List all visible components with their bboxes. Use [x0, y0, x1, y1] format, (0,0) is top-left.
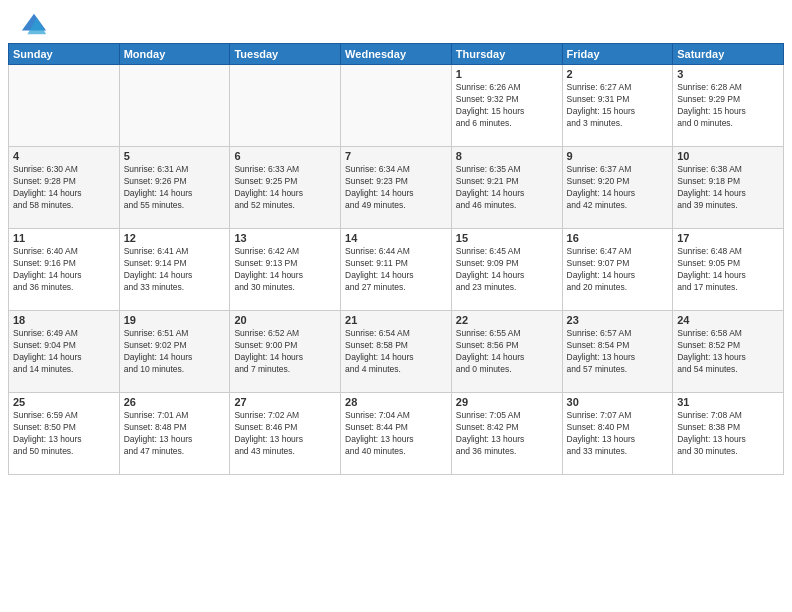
- day-info: Sunrise: 6:47 AM Sunset: 9:07 PM Dayligh…: [567, 246, 669, 294]
- day-info: Sunrise: 7:01 AM Sunset: 8:48 PM Dayligh…: [124, 410, 226, 458]
- day-info: Sunrise: 6:33 AM Sunset: 9:25 PM Dayligh…: [234, 164, 336, 212]
- day-info: Sunrise: 6:58 AM Sunset: 8:52 PM Dayligh…: [677, 328, 779, 376]
- day-info: Sunrise: 6:27 AM Sunset: 9:31 PM Dayligh…: [567, 82, 669, 130]
- day-info: Sunrise: 6:42 AM Sunset: 9:13 PM Dayligh…: [234, 246, 336, 294]
- calendar-day-cell: 11Sunrise: 6:40 AM Sunset: 9:16 PM Dayli…: [9, 229, 120, 311]
- day-number: 1: [456, 68, 558, 80]
- day-number: 29: [456, 396, 558, 408]
- day-number: 20: [234, 314, 336, 326]
- day-number: 7: [345, 150, 447, 162]
- day-info: Sunrise: 6:49 AM Sunset: 9:04 PM Dayligh…: [13, 328, 115, 376]
- logo: [20, 10, 52, 38]
- day-info: Sunrise: 6:37 AM Sunset: 9:20 PM Dayligh…: [567, 164, 669, 212]
- day-info: Sunrise: 6:51 AM Sunset: 9:02 PM Dayligh…: [124, 328, 226, 376]
- day-number: 22: [456, 314, 558, 326]
- calendar-day-cell: 24Sunrise: 6:58 AM Sunset: 8:52 PM Dayli…: [673, 311, 784, 393]
- calendar-day-cell: 31Sunrise: 7:08 AM Sunset: 8:38 PM Dayli…: [673, 393, 784, 475]
- day-info: Sunrise: 6:55 AM Sunset: 8:56 PM Dayligh…: [456, 328, 558, 376]
- calendar-header-row: SundayMondayTuesdayWednesdayThursdayFrid…: [9, 44, 784, 65]
- day-number: 13: [234, 232, 336, 244]
- calendar-day-cell: [9, 65, 120, 147]
- calendar-wrapper: SundayMondayTuesdayWednesdayThursdayFrid…: [0, 43, 792, 475]
- day-number: 6: [234, 150, 336, 162]
- day-info: Sunrise: 6:48 AM Sunset: 9:05 PM Dayligh…: [677, 246, 779, 294]
- day-number: 16: [567, 232, 669, 244]
- day-number: 30: [567, 396, 669, 408]
- calendar-day-cell: 21Sunrise: 6:54 AM Sunset: 8:58 PM Dayli…: [341, 311, 452, 393]
- day-number: 27: [234, 396, 336, 408]
- calendar-day-cell: 27Sunrise: 7:02 AM Sunset: 8:46 PM Dayli…: [230, 393, 341, 475]
- calendar-day-cell: 13Sunrise: 6:42 AM Sunset: 9:13 PM Dayli…: [230, 229, 341, 311]
- day-info: Sunrise: 7:02 AM Sunset: 8:46 PM Dayligh…: [234, 410, 336, 458]
- day-info: Sunrise: 7:08 AM Sunset: 8:38 PM Dayligh…: [677, 410, 779, 458]
- calendar-day-cell: 18Sunrise: 6:49 AM Sunset: 9:04 PM Dayli…: [9, 311, 120, 393]
- calendar-day-cell: 20Sunrise: 6:52 AM Sunset: 9:00 PM Dayli…: [230, 311, 341, 393]
- day-info: Sunrise: 6:35 AM Sunset: 9:21 PM Dayligh…: [456, 164, 558, 212]
- day-info: Sunrise: 6:57 AM Sunset: 8:54 PM Dayligh…: [567, 328, 669, 376]
- calendar-day-header: Monday: [119, 44, 230, 65]
- day-number: 28: [345, 396, 447, 408]
- calendar-day-cell: 10Sunrise: 6:38 AM Sunset: 9:18 PM Dayli…: [673, 147, 784, 229]
- day-number: 3: [677, 68, 779, 80]
- calendar-day-cell: 23Sunrise: 6:57 AM Sunset: 8:54 PM Dayli…: [562, 311, 673, 393]
- calendar-day-cell: 30Sunrise: 7:07 AM Sunset: 8:40 PM Dayli…: [562, 393, 673, 475]
- calendar-day-cell: 9Sunrise: 6:37 AM Sunset: 9:20 PM Daylig…: [562, 147, 673, 229]
- day-number: 11: [13, 232, 115, 244]
- day-info: Sunrise: 6:44 AM Sunset: 9:11 PM Dayligh…: [345, 246, 447, 294]
- logo-icon: [20, 10, 48, 38]
- day-number: 8: [456, 150, 558, 162]
- calendar-table: SundayMondayTuesdayWednesdayThursdayFrid…: [8, 43, 784, 475]
- day-info: Sunrise: 6:41 AM Sunset: 9:14 PM Dayligh…: [124, 246, 226, 294]
- calendar-day-header: Tuesday: [230, 44, 341, 65]
- day-number: 9: [567, 150, 669, 162]
- calendar-day-cell: 14Sunrise: 6:44 AM Sunset: 9:11 PM Dayli…: [341, 229, 452, 311]
- page-header: [0, 0, 792, 43]
- calendar-day-header: Thursday: [451, 44, 562, 65]
- day-number: 14: [345, 232, 447, 244]
- day-number: 18: [13, 314, 115, 326]
- calendar-day-cell: 3Sunrise: 6:28 AM Sunset: 9:29 PM Daylig…: [673, 65, 784, 147]
- day-info: Sunrise: 6:28 AM Sunset: 9:29 PM Dayligh…: [677, 82, 779, 130]
- day-info: Sunrise: 6:52 AM Sunset: 9:00 PM Dayligh…: [234, 328, 336, 376]
- day-info: Sunrise: 7:07 AM Sunset: 8:40 PM Dayligh…: [567, 410, 669, 458]
- calendar-day-cell: 28Sunrise: 7:04 AM Sunset: 8:44 PM Dayli…: [341, 393, 452, 475]
- calendar-week-row: 25Sunrise: 6:59 AM Sunset: 8:50 PM Dayli…: [9, 393, 784, 475]
- calendar-day-cell: 1Sunrise: 6:26 AM Sunset: 9:32 PM Daylig…: [451, 65, 562, 147]
- day-info: Sunrise: 6:59 AM Sunset: 8:50 PM Dayligh…: [13, 410, 115, 458]
- calendar-day-cell: 4Sunrise: 6:30 AM Sunset: 9:28 PM Daylig…: [9, 147, 120, 229]
- calendar-day-cell: 16Sunrise: 6:47 AM Sunset: 9:07 PM Dayli…: [562, 229, 673, 311]
- day-number: 23: [567, 314, 669, 326]
- day-number: 19: [124, 314, 226, 326]
- day-info: Sunrise: 6:26 AM Sunset: 9:32 PM Dayligh…: [456, 82, 558, 130]
- day-number: 5: [124, 150, 226, 162]
- day-info: Sunrise: 6:54 AM Sunset: 8:58 PM Dayligh…: [345, 328, 447, 376]
- day-info: Sunrise: 7:04 AM Sunset: 8:44 PM Dayligh…: [345, 410, 447, 458]
- day-info: Sunrise: 6:31 AM Sunset: 9:26 PM Dayligh…: [124, 164, 226, 212]
- calendar-day-cell: 12Sunrise: 6:41 AM Sunset: 9:14 PM Dayli…: [119, 229, 230, 311]
- calendar-week-row: 11Sunrise: 6:40 AM Sunset: 9:16 PM Dayli…: [9, 229, 784, 311]
- calendar-day-header: Saturday: [673, 44, 784, 65]
- day-number: 26: [124, 396, 226, 408]
- calendar-day-cell: 8Sunrise: 6:35 AM Sunset: 9:21 PM Daylig…: [451, 147, 562, 229]
- calendar-day-cell: 17Sunrise: 6:48 AM Sunset: 9:05 PM Dayli…: [673, 229, 784, 311]
- calendar-day-header: Sunday: [9, 44, 120, 65]
- calendar-day-cell: 19Sunrise: 6:51 AM Sunset: 9:02 PM Dayli…: [119, 311, 230, 393]
- calendar-day-cell: 25Sunrise: 6:59 AM Sunset: 8:50 PM Dayli…: [9, 393, 120, 475]
- day-number: 12: [124, 232, 226, 244]
- day-number: 15: [456, 232, 558, 244]
- calendar-day-cell: [341, 65, 452, 147]
- day-number: 31: [677, 396, 779, 408]
- calendar-day-header: Friday: [562, 44, 673, 65]
- day-number: 10: [677, 150, 779, 162]
- day-number: 2: [567, 68, 669, 80]
- calendar-week-row: 1Sunrise: 6:26 AM Sunset: 9:32 PM Daylig…: [9, 65, 784, 147]
- calendar-day-cell: [230, 65, 341, 147]
- calendar-day-cell: 15Sunrise: 6:45 AM Sunset: 9:09 PM Dayli…: [451, 229, 562, 311]
- calendar-day-cell: 6Sunrise: 6:33 AM Sunset: 9:25 PM Daylig…: [230, 147, 341, 229]
- day-number: 24: [677, 314, 779, 326]
- calendar-day-cell: 2Sunrise: 6:27 AM Sunset: 9:31 PM Daylig…: [562, 65, 673, 147]
- day-info: Sunrise: 6:38 AM Sunset: 9:18 PM Dayligh…: [677, 164, 779, 212]
- day-number: 25: [13, 396, 115, 408]
- day-info: Sunrise: 7:05 AM Sunset: 8:42 PM Dayligh…: [456, 410, 558, 458]
- day-number: 21: [345, 314, 447, 326]
